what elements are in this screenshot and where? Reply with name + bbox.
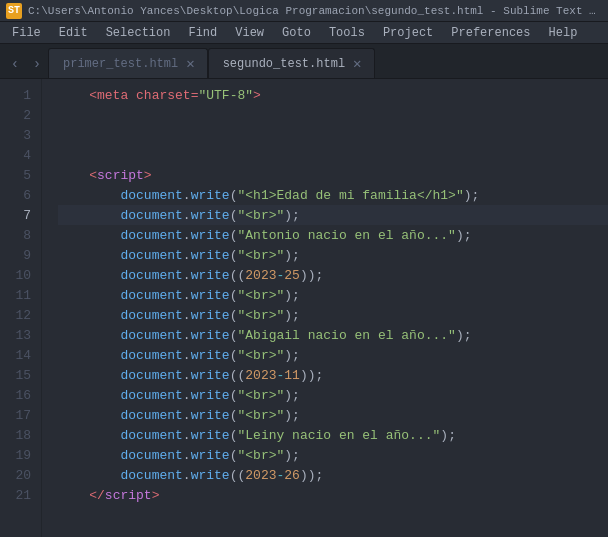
title-bar: ST C:\Users\Antonio Yances\Desktop\Logic… xyxy=(0,0,608,22)
menu-file[interactable]: File xyxy=(4,24,49,42)
tab-segundo-close[interactable]: ✕ xyxy=(353,57,361,71)
line-num-1: 1 xyxy=(0,85,41,105)
line-num-8: 8 xyxy=(0,225,41,245)
line-num-4: 4 xyxy=(0,145,41,165)
line-num-5: 5 xyxy=(0,165,41,185)
title-bar-text: C:\Users\Antonio Yances\Desktop\Logica P… xyxy=(28,5,602,17)
tab-primer-close[interactable]: ✕ xyxy=(186,57,194,71)
menu-goto[interactable]: Goto xyxy=(274,24,319,42)
editor: 1 2 3 4 5 6 7 8 9 10 11 12 13 14 15 16 1… xyxy=(0,79,608,537)
tab-bar: ‹ › primer_test.html ✕ segundo_test.html… xyxy=(0,44,608,79)
line-num-17: 17 xyxy=(0,405,41,425)
menu-view[interactable]: View xyxy=(227,24,272,42)
code-line-18: document.write("Leiny nacio en el año...… xyxy=(58,425,608,445)
line-num-2: 2 xyxy=(0,105,41,125)
line-num-9: 9 xyxy=(0,245,41,265)
menu-preferences[interactable]: Preferences xyxy=(443,24,538,42)
code-line-7: document.write("<br>"); xyxy=(58,205,608,225)
menu-bar: File Edit Selection Find View Goto Tools… xyxy=(0,22,608,44)
code-line-16: document.write("<br>"); xyxy=(58,385,608,405)
tab-primer[interactable]: primer_test.html ✕ xyxy=(48,48,208,78)
tab-primer-label: primer_test.html xyxy=(63,57,178,71)
code-line-12: document.write("<br>"); xyxy=(58,305,608,325)
code-line-9: document.write("<br>"); xyxy=(58,245,608,265)
tab-nav-prev[interactable]: ‹ xyxy=(4,50,26,78)
code-line-11: document.write("<br>"); xyxy=(58,285,608,305)
menu-find[interactable]: Find xyxy=(180,24,225,42)
code-line-15: document.write((2023 - 11)); xyxy=(58,365,608,385)
code-line-8: document.write("Antonio nacio en el año.… xyxy=(58,225,608,245)
menu-project[interactable]: Project xyxy=(375,24,441,42)
line-num-19: 19 xyxy=(0,445,41,465)
code-line-19: document.write("<br>"); xyxy=(58,445,608,465)
line-num-11: 11 xyxy=(0,285,41,305)
code-line-14: document.write("<br>"); xyxy=(58,345,608,365)
menu-tools[interactable]: Tools xyxy=(321,24,373,42)
line-num-12: 12 xyxy=(0,305,41,325)
code-line-13: document.write("Abigail nacio en el año.… xyxy=(58,325,608,345)
line-num-15: 15 xyxy=(0,365,41,385)
line-num-7: 7 xyxy=(0,205,41,225)
menu-help[interactable]: Help xyxy=(541,24,586,42)
code-line-5: <script> xyxy=(58,165,608,185)
code-line-17: document.write("<br>"); xyxy=(58,405,608,425)
code-line-4 xyxy=(58,145,608,165)
tab-nav-next[interactable]: › xyxy=(26,50,48,78)
code-line-6: document.write("<h1>Edad de mi familia</… xyxy=(58,185,608,205)
menu-edit[interactable]: Edit xyxy=(51,24,96,42)
line-num-16: 16 xyxy=(0,385,41,405)
code-editor[interactable]: <meta charset="UTF-8"> <script> document… xyxy=(42,79,608,537)
line-num-3: 3 xyxy=(0,125,41,145)
line-num-6: 6 xyxy=(0,185,41,205)
code-line-21: </script> xyxy=(58,485,608,505)
code-line-20: document.write((2023 - 26)); xyxy=(58,465,608,485)
code-line-3 xyxy=(58,125,608,145)
line-num-21: 21 xyxy=(0,485,41,505)
code-line-2 xyxy=(58,105,608,125)
tab-segundo[interactable]: segundo_test.html ✕ xyxy=(208,48,375,78)
code-line-1: <meta charset="UTF-8"> xyxy=(58,85,608,105)
line-num-20: 20 xyxy=(0,465,41,485)
line-num-10: 10 xyxy=(0,265,41,285)
menu-selection[interactable]: Selection xyxy=(98,24,179,42)
app-icon: ST xyxy=(6,3,22,19)
line-num-14: 14 xyxy=(0,345,41,365)
tab-segundo-label: segundo_test.html xyxy=(223,57,345,71)
line-num-18: 18 xyxy=(0,425,41,445)
line-num-13: 13 xyxy=(0,325,41,345)
code-line-10: document.write((2023 - 25)); xyxy=(58,265,608,285)
line-numbers: 1 2 3 4 5 6 7 8 9 10 11 12 13 14 15 16 1… xyxy=(0,79,42,537)
